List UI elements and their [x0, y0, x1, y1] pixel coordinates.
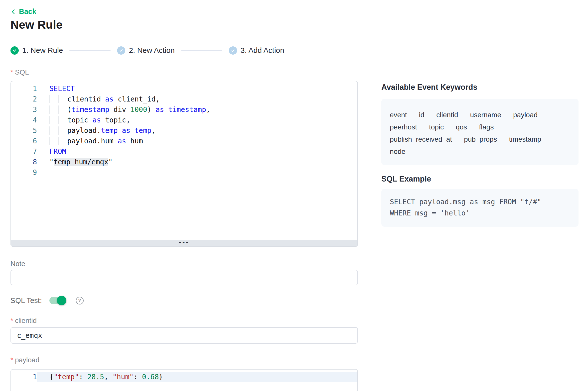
step-label: 3. Add Action [241, 46, 284, 55]
help-icon[interactable]: ? [76, 297, 84, 304]
back-label: Back [19, 7, 36, 16]
code-line: 1SELECT [11, 84, 357, 94]
stepper-connector [181, 50, 222, 51]
event-keyword: peerhost [390, 121, 417, 133]
event-keyword: timestamp [509, 133, 541, 145]
keyword-row: publish_received_atpub_propstimestamp [390, 133, 570, 145]
toggle-knob [57, 296, 66, 305]
code-line: 4 topic as topic, [11, 115, 357, 125]
code-line: 5 payload.temp as temp, [11, 125, 357, 136]
line-number: 9 [11, 167, 37, 178]
event-keyword: pub_props [464, 133, 497, 145]
event-keyword: event [390, 109, 407, 121]
code-line: 2 clientid as client_id, [11, 94, 357, 104]
sql-example-line: SELECT payload.msg as msg FROM "t/#" [390, 196, 570, 207]
step-label: 2. New Action [129, 46, 174, 55]
check-circle-icon [229, 46, 237, 55]
sql-example-line: WHERE msg = 'hello' [390, 207, 570, 219]
event-keyword: flags [479, 121, 494, 133]
event-keyword: qos [456, 121, 467, 133]
event-keyword: topic [429, 121, 444, 133]
code-line: 1{"temp": 28.5, "hum": 0.68} [11, 372, 357, 382]
required-asterisk: * [10, 356, 13, 364]
editor-resize-handle[interactable]: ••• [11, 240, 357, 246]
keywords-panel-title: Available Event Keywords [381, 83, 477, 92]
payload-editor-content: 1{"temp": 28.5, "hum": 0.68} [11, 370, 357, 382]
code-line: 3 (timestamp div 1000) as timestamp, [11, 104, 357, 115]
check-circle-icon [117, 46, 125, 55]
code-line: 8"temp_hum/emqx" [11, 157, 357, 167]
event-keyword: node [390, 145, 405, 158]
line-number: 4 [11, 115, 37, 125]
page-title: New Rule [10, 18, 63, 31]
step-new-action[interactable]: 2. New Action [117, 46, 174, 55]
note-field-label: Note [10, 260, 25, 268]
payload-code-editor[interactable]: 1{"temp": 28.5, "hum": 0.68} [10, 369, 358, 391]
sql-test-row: SQL Test: ? [10, 296, 84, 305]
sql-test-label: SQL Test: [10, 296, 42, 305]
sql-field-label: *SQL [10, 68, 29, 76]
stepper: 1. New Rule 2. New Action 3. Add Action [10, 46, 284, 55]
code-line: 6 payload.hum as hum [11, 136, 357, 146]
required-asterisk: * [10, 68, 13, 76]
line-number: 6 [11, 136, 37, 146]
step-add-action[interactable]: 3. Add Action [229, 46, 284, 55]
note-input[interactable] [10, 270, 358, 285]
line-number: 1 [11, 84, 37, 94]
keywords-panel: eventidclientidusernamepayloadpeerhostto… [381, 99, 579, 165]
resize-dots-icon: ••• [179, 240, 189, 245]
line-number: 3 [11, 104, 37, 115]
line-number: 8 [11, 157, 37, 167]
new-rule-page: Back New Rule 1. New Rule 2. New Action … [0, 0, 588, 391]
back-button[interactable]: Back [10, 7, 36, 16]
sql-example-panel: SELECT payload.msg as msg FROM "t/#"WHER… [381, 189, 579, 227]
question-mark: ? [78, 298, 81, 303]
check-circle-icon [10, 46, 19, 55]
event-keyword: publish_received_at [390, 133, 452, 145]
clientid-input[interactable] [10, 327, 358, 344]
sql-code-editor[interactable]: 1SELECT2 clientid as client_id,3 (timest… [10, 81, 358, 247]
code-line: 9 [11, 167, 357, 178]
keyword-row: node [390, 145, 570, 158]
event-keyword: username [470, 109, 501, 121]
line-number: 1 [11, 372, 37, 382]
payload-field-label: *payload [10, 356, 39, 364]
step-new-rule[interactable]: 1. New Rule [10, 46, 63, 55]
line-number: 7 [11, 146, 37, 157]
chevron-left-icon [10, 9, 16, 15]
clientid-field-label: *clientid [10, 317, 37, 325]
event-keyword: clientid [436, 109, 458, 121]
event-keyword: payload [513, 109, 538, 121]
event-keyword: id [419, 109, 425, 121]
sql-example-title: SQL Example [381, 175, 431, 184]
sql-editor-content: 1SELECT2 clientid as client_id,3 (timest… [11, 81, 357, 178]
keyword-row: peerhosttopicqosflags [390, 121, 570, 133]
stepper-connector [69, 50, 111, 51]
required-asterisk: * [10, 317, 13, 324]
keyword-row: eventidclientidusernamepayload [390, 109, 570, 121]
sql-test-toggle[interactable] [49, 297, 66, 304]
line-number: 2 [11, 94, 37, 104]
line-number: 5 [11, 125, 37, 136]
step-label: 1. New Rule [22, 46, 63, 55]
code-line: 7FROM [11, 146, 357, 157]
